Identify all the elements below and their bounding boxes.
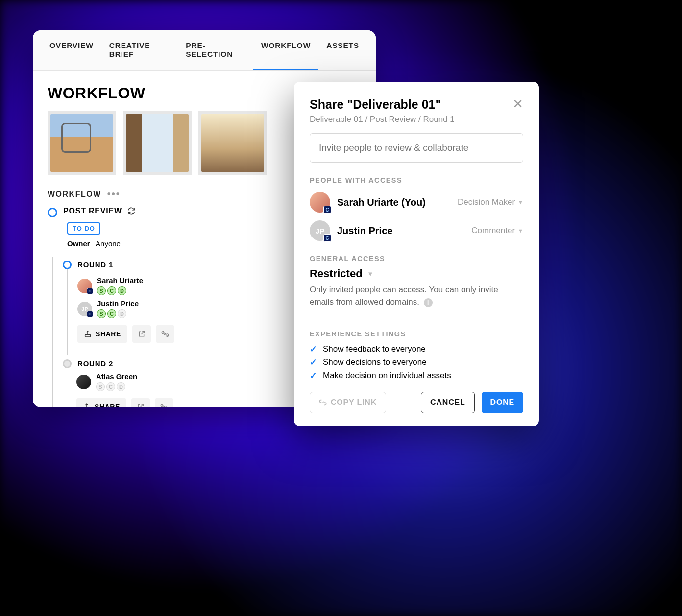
app-badge-icon: C [87,311,93,317]
tab-assets[interactable]: ASSETS [318,30,367,70]
role-chip-c: C [106,382,115,391]
external-link-icon [138,330,146,338]
check-icon: ✓ [310,344,317,355]
person-name: Atlas Green [96,372,137,380]
access-level-value: Restricted [310,267,363,280]
person-name: Sarah Uriarte [97,276,143,284]
access-description: Only invited people can access. You can … [310,284,523,308]
role-select[interactable]: Decision Maker ▼ [458,197,523,207]
experience-setting-label: Show feedback to everyone [323,344,426,354]
copy-link-label: COPY LINK [331,398,377,407]
status-bullet-active [48,208,57,217]
tab-pre-selection[interactable]: PRE-SELECTION [178,30,253,70]
access-person-row: JPC Justin Price Commenter ▼ [310,220,523,241]
role-chip-c: C [107,309,116,318]
experience-setting-item[interactable]: ✓ Show feedback to everyone [310,344,523,355]
access-person-row: C Sarah Uriarte (You) Decision Maker ▼ [310,192,523,213]
breadcrumb: Deliverable 01 / Post Review / Round 1 [310,115,455,124]
people-with-access-label: PEOPLE WITH ACCESS [310,176,523,184]
link-off-icon [161,330,169,338]
tab-creative-brief[interactable]: CREATIVE BRIEF [101,30,178,70]
open-external-button[interactable] [132,325,151,343]
thumbnail[interactable] [48,111,116,175]
modal-title: Share "Deliverable 01" [310,97,455,112]
close-button[interactable]: ✕ [512,97,523,110]
chevron-down-icon: ▼ [518,199,523,205]
invite-input[interactable] [310,133,523,163]
experience-setting-item[interactable]: ✓ Make decision on individual assets [310,370,523,381]
open-external-button[interactable] [131,398,150,407]
avatar-initials: JP [316,227,324,235]
thumbnail[interactable] [198,111,267,175]
access-level-select[interactable]: Restricted ▼ [310,267,523,280]
role-chip-d: D [117,382,125,391]
avatar: JPC [77,302,92,316]
round-title: ROUND 1 [77,261,113,269]
access-person-name: Justin Price [337,225,464,237]
avatar: JPC [310,220,330,241]
app-badge-icon: C [323,206,331,213]
done-button[interactable]: DONE [482,392,523,413]
share-button[interactable]: SHARE [77,325,127,343]
share-button-label: SHARE [95,403,120,407]
app-badge-icon: C [87,288,93,294]
role-chip-c: C [107,286,116,295]
refresh-icon[interactable] [127,207,136,215]
role-chip-s: S [96,382,105,391]
unlink-button[interactable] [156,325,174,343]
tab-overview[interactable]: OVERVIEW [42,30,101,70]
experience-setting-label: Make decision on individual assets [323,371,451,380]
share-modal: Share "Deliverable 01" Deliverable 01 / … [294,82,539,426]
access-person-name: Sarah Uriarte (You) [337,197,451,208]
experience-setting-label: Show decisions to everyone [323,357,427,367]
copy-link-button[interactable]: COPY LINK [310,392,386,413]
share-button-label: SHARE [96,330,121,338]
share-icon [84,330,92,338]
person-name: Justin Price [97,299,139,308]
experience-settings-label: EXPERIENCE SETTINGS [310,330,523,338]
thumbnail[interactable] [123,111,192,175]
share-button[interactable]: SHARE [76,398,126,407]
check-icon: ✓ [310,370,317,381]
info-icon[interactable]: i [424,298,433,307]
cancel-button[interactable]: CANCEL [421,392,474,413]
role-select-value: Decision Maker [458,197,515,207]
owner-label: Owner [67,239,90,248]
external-link-icon [137,403,145,407]
share-icon [83,403,91,407]
more-icon[interactable]: ••• [107,189,121,200]
owner-value[interactable]: Anyone [96,239,121,248]
role-select-value: Commenter [471,226,515,236]
role-chip-d: D [118,309,126,318]
role-chip-d: D [118,286,126,295]
experience-setting-item[interactable]: ✓ Show decisions to everyone [310,357,523,368]
svg-rect-0 [85,334,91,337]
link-off-icon [160,403,168,407]
link-icon [319,399,327,406]
avatar: C [310,192,330,213]
unlink-button[interactable] [155,398,173,407]
role-chip-s: S [97,309,106,318]
round-title: ROUND 2 [77,359,113,368]
tab-bar: OVERVIEW CREATIVE BRIEF PRE-SELECTION WO… [33,30,376,71]
chevron-down-icon: ▼ [367,270,374,278]
divider [310,321,523,321]
status-bullet-pending [63,359,72,368]
avatar [76,375,91,389]
role-select[interactable]: Commenter ▼ [471,226,523,236]
close-icon: ✕ [512,96,523,111]
status-bullet-active [63,261,72,269]
role-chip-s: S [97,286,106,295]
workflow-label-text: WORKFLOW [48,190,101,199]
tab-workflow[interactable]: WORKFLOW [253,30,318,70]
post-review-title: POST REVIEW [63,207,122,215]
check-icon: ✓ [310,357,317,368]
chevron-down-icon: ▼ [518,228,523,234]
status-chip-todo: TO DO [67,222,100,235]
general-access-label: GENERAL ACCESS [310,255,523,262]
avatar: C [77,279,92,293]
app-badge-icon: C [323,234,331,242]
